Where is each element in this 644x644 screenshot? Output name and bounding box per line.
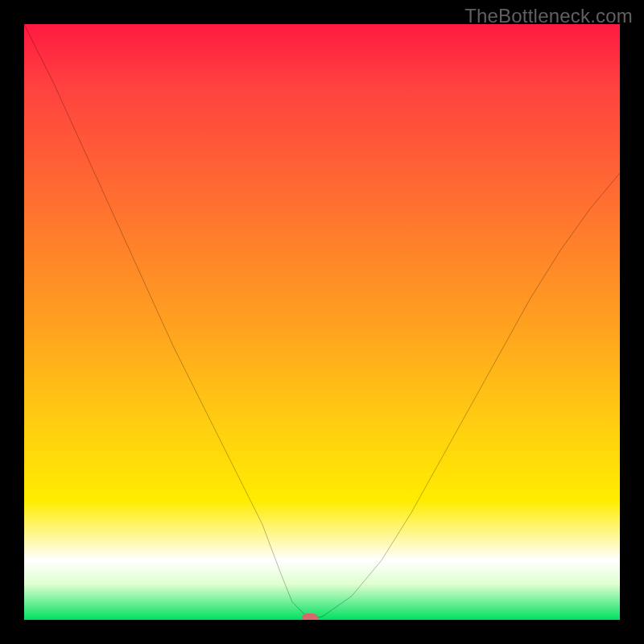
plot-area xyxy=(24,24,620,620)
curve-path xyxy=(24,24,620,618)
minimum-marker xyxy=(302,613,318,620)
bottleneck-curve xyxy=(24,24,620,620)
chart-frame: TheBottleneck.com xyxy=(0,0,644,644)
watermark-text: TheBottleneck.com xyxy=(464,5,633,27)
